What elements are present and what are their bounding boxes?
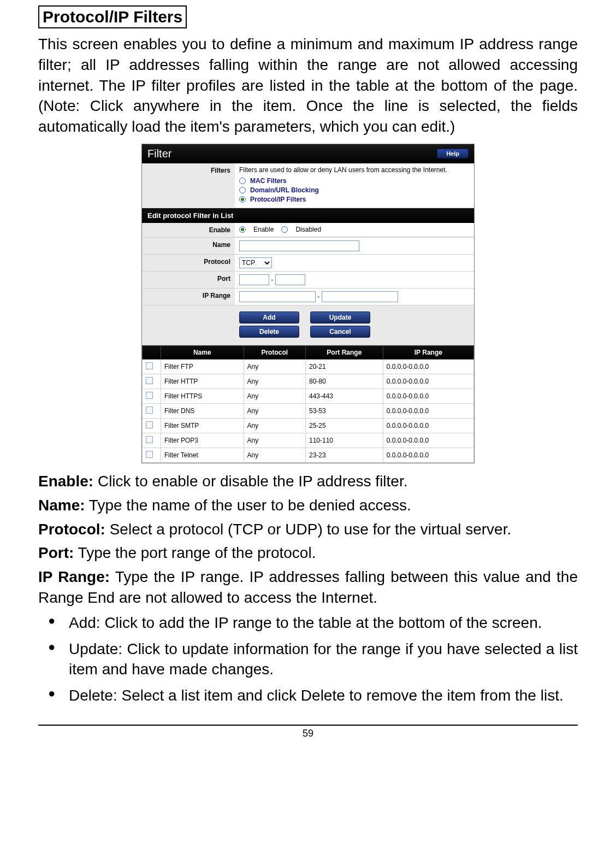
port-row: Port - (142, 272, 474, 289)
name-input[interactable] (239, 240, 359, 251)
def-protocol-term: Protocol: (38, 521, 105, 538)
row-name: Filter HTTPS (161, 389, 244, 403)
row-checkbox-cell (143, 389, 161, 403)
enable-value: Enable Disabled (235, 223, 474, 236)
row-protocol: Any (244, 359, 305, 374)
port-dash: - (271, 276, 273, 284)
def-enable-term: Enable: (38, 473, 93, 490)
edit-section-header: Edit protocol Filter in List (142, 208, 474, 223)
enable-off-label: Disabled (295, 226, 321, 233)
bullet-update-text: Click to update information for the rang… (69, 640, 578, 678)
bullet-list: Add: Click to add the IP range to the ta… (38, 613, 578, 706)
radio-domain-blocking[interactable]: Domain/URL Blocking (239, 186, 470, 194)
row-protocol: Any (244, 448, 305, 462)
row-name: Filter DNS (161, 403, 244, 418)
filters-label: Filters (142, 163, 235, 178)
panel-body: Filters Filters are used to allow or den… (142, 163, 474, 463)
panel-title: Filter (147, 148, 171, 160)
row-ip: 0.0.0.0-0.0.0.0 (383, 433, 473, 448)
row-port: 80-80 (305, 374, 383, 389)
add-button[interactable]: Add (239, 311, 299, 323)
row-protocol: Any (244, 433, 305, 448)
row-checkbox[interactable] (146, 392, 153, 399)
page-footer: 59 (38, 725, 578, 739)
port-label: Port (142, 272, 235, 286)
page-number: 59 (303, 728, 313, 739)
port-end-input[interactable] (275, 274, 305, 285)
col-name: Name (161, 345, 244, 359)
radio-icon (239, 196, 246, 203)
filters-value: Filters are used to allow or deny LAN us… (235, 163, 474, 208)
enable-row: Enable Enable Disabled (142, 223, 474, 238)
table-row[interactable]: Filter FTPAny20-210.0.0.0-0.0.0.0 (143, 359, 474, 374)
port-value: - (235, 272, 474, 288)
update-button[interactable]: Update (310, 311, 370, 323)
filter-panel: Filter Help Filters Filters are used to … (141, 144, 475, 463)
def-iprange-term: IP Range: (38, 568, 110, 585)
table-row[interactable]: Filter POP3Any110-1100.0.0.0-0.0.0.0 (143, 433, 474, 448)
table-row[interactable]: Filter DNSAny53-530.0.0.0-0.0.0.0 (143, 403, 474, 418)
row-checkbox[interactable] (146, 377, 153, 384)
row-checkbox[interactable] (146, 451, 153, 458)
bullet-delete-term: Delete: (69, 687, 117, 704)
col-check (143, 345, 161, 359)
table-row[interactable]: Filter HTTPAny80-800.0.0.0-0.0.0.0 (143, 374, 474, 389)
row-protocol: Any (244, 418, 305, 433)
name-value (235, 238, 474, 254)
buttons-row: Add Update Delete Cancel (142, 305, 474, 345)
row-name: Filter SMTP (161, 418, 244, 433)
enable-radio-on[interactable] (239, 226, 246, 233)
table-row[interactable]: Filter HTTPSAny443-4430.0.0.0-0.0.0.0 (143, 389, 474, 403)
row-protocol: Any (244, 403, 305, 418)
radio-icon (239, 187, 246, 193)
row-checkbox[interactable] (146, 436, 153, 443)
radio-mac-filters[interactable]: MAC Filters (239, 177, 470, 185)
row-name: Filter POP3 (161, 433, 244, 448)
row-protocol: Any (244, 389, 305, 403)
row-name: Filter Telnet (161, 448, 244, 462)
bullet-delete: Delete: Select a list item and click Del… (42, 685, 578, 706)
row-ip: 0.0.0.0-0.0.0.0 (383, 359, 473, 374)
row-checkbox[interactable] (146, 362, 153, 369)
protocol-row: Protocol TCP (142, 255, 474, 272)
radio-domain-label: Domain/URL Blocking (250, 186, 319, 194)
iprange-end-input[interactable] (322, 291, 398, 302)
filters-table: Name Protocol Port Range IP Range Filter… (142, 345, 474, 463)
table-header-row: Name Protocol Port Range IP Range (143, 345, 474, 359)
buttons-spacer (142, 305, 235, 312)
def-port-term: Port: (38, 544, 74, 561)
radio-protocol-filters[interactable]: Protocol/IP Filters (239, 196, 470, 203)
name-row: Name (142, 238, 474, 255)
row-checkbox[interactable] (146, 421, 153, 428)
row-ip: 0.0.0.0-0.0.0.0 (383, 403, 473, 418)
iprange-start-input[interactable] (239, 291, 316, 302)
buttons-cell: Add Update Delete Cancel (235, 305, 474, 345)
table-row[interactable]: Filter TelnetAny23-230.0.0.0-0.0.0.0 (143, 448, 474, 462)
def-name-text: Type the name of the user to be denied a… (85, 497, 411, 514)
iprange-dash: - (317, 293, 319, 301)
protocol-label: Protocol (142, 255, 235, 269)
table-row[interactable]: Filter SMTPAny25-250.0.0.0-0.0.0.0 (143, 418, 474, 433)
screenshot-wrap: Filter Help Filters Filters are used to … (38, 144, 578, 463)
row-ip: 0.0.0.0-0.0.0.0 (383, 389, 473, 403)
row-checkbox[interactable] (146, 407, 153, 414)
def-protocol-text: Select a protocol (TCP or UDP) to use fo… (105, 521, 511, 538)
delete-button[interactable]: Delete (239, 326, 299, 338)
filters-row: Filters Filters are used to allow or den… (142, 163, 474, 208)
protocol-select[interactable]: TCP (239, 257, 272, 268)
def-port-text: Type the port range of the protocol. (74, 544, 316, 561)
enable-radio-off[interactable] (281, 226, 288, 233)
filters-description: Filters are used to allow or deny LAN us… (239, 166, 470, 174)
iprange-row: IP Range - (142, 289, 474, 305)
row-checkbox-cell (143, 448, 161, 462)
def-iprange-text: Type the IP range. IP addresses falling … (38, 568, 578, 606)
bullet-add-text: Click to add the IP range to the table a… (100, 614, 542, 631)
cancel-button[interactable]: Cancel (310, 326, 370, 338)
help-button[interactable]: Help (437, 149, 469, 158)
port-start-input[interactable] (239, 274, 269, 285)
protocol-value: TCP (235, 255, 474, 271)
row-port: 20-21 (305, 359, 383, 374)
def-enable-text: Click to enable or disable the IP addres… (93, 473, 407, 490)
row-ip: 0.0.0.0-0.0.0.0 (383, 448, 473, 462)
row-checkbox-cell (143, 418, 161, 433)
